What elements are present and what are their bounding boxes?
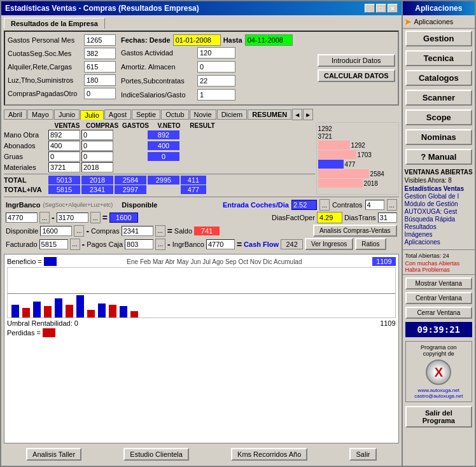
input-indice[interactable] xyxy=(197,89,235,101)
perdidas-color xyxy=(43,328,55,337)
sidebar-btn-nominas[interactable]: Nominas xyxy=(405,129,472,145)
col-header-gastos: GASTOS xyxy=(120,122,151,129)
tab-junio[interactable]: Junio xyxy=(54,109,80,120)
tab-septie[interactable]: Septie xyxy=(132,109,160,120)
disponible-val[interactable] xyxy=(40,226,72,236)
tab-mayo[interactable]: Mayo xyxy=(27,109,53,120)
input-portes[interactable] xyxy=(197,75,235,87)
window-item-modulo[interactable]: Módulo de Gestión xyxy=(405,200,473,207)
nav-left-arrow[interactable]: ◄ xyxy=(292,109,302,120)
calcular-datos-btn[interactable]: CALCULAR DATOS xyxy=(318,69,395,82)
facturado-val[interactable] xyxy=(39,239,68,249)
ingr-banco-val[interactable] xyxy=(6,213,38,223)
label-indice: IndiceSalarios/Gasto xyxy=(121,91,197,99)
window-item-busqueda[interactable]: Búsqueda Rápida xyxy=(405,216,473,223)
main-tab[interactable]: Resultados de la Empresa xyxy=(4,18,105,29)
tab-julio[interactable]: Julio xyxy=(80,110,104,120)
window-item-estadisticas[interactable]: Estadísticas Ventas xyxy=(405,185,473,192)
input-cuotas[interactable] xyxy=(84,48,116,59)
title-buttons[interactable]: _ □ × xyxy=(365,4,398,13)
pagos-caja-val[interactable] xyxy=(125,239,153,249)
input-compras[interactable] xyxy=(84,88,116,99)
window-item-gestion-global[interactable]: Gestion Global de I xyxy=(405,193,473,200)
contratos-input[interactable] xyxy=(365,200,384,210)
maximize-btn[interactable]: □ xyxy=(376,4,386,13)
input-abonados-compras[interactable] xyxy=(81,141,113,151)
contratos-btn[interactable]: ... xyxy=(387,199,397,211)
input-mano-obra-compras[interactable] xyxy=(81,130,113,140)
ver-ingresos-btn[interactable]: Ver Ingresos xyxy=(305,238,353,250)
date-hasta[interactable] xyxy=(245,34,293,46)
field-luz: Luz,Tfno,Suministros xyxy=(8,74,116,86)
input-abonados-ventas[interactable] xyxy=(48,141,80,151)
link-autoxuga[interactable]: www.autoxuga.net xyxy=(418,387,459,393)
tab-abril[interactable]: Abril xyxy=(4,109,27,120)
close-btn[interactable]: × xyxy=(388,4,398,13)
compras-ellipsis[interactable]: ... xyxy=(155,225,165,237)
sidebar-btn-gestion[interactable]: Gestion xyxy=(405,31,472,46)
window-item-resultados[interactable]: Resultados xyxy=(405,223,473,230)
input-gruas-compras[interactable] xyxy=(81,151,113,162)
pagos-caja-ellipsis[interactable]: ... xyxy=(155,239,165,250)
salir-programa-btn[interactable]: Salir del Programa xyxy=(405,406,472,428)
label-luz: Luz,Tfno,Suministros xyxy=(8,76,84,84)
analisis-taller-btn[interactable]: Analisis Taller xyxy=(26,448,81,461)
input-gastos-actividad[interactable] xyxy=(197,47,235,59)
input-materiales-ventas[interactable] xyxy=(48,162,80,172)
centrar-ventana-btn[interactable]: Centrar Ventana xyxy=(405,292,472,304)
acumulado-val: 1109 xyxy=(372,257,395,266)
sidebar-btn-scope[interactable]: Scope xyxy=(405,109,472,125)
sidebar-btn-manual[interactable]: ? Manual xyxy=(405,149,472,165)
col-header-vneto: V.NETO xyxy=(151,122,186,129)
disponible-ellipsis[interactable]: ... xyxy=(74,225,84,237)
window-item-autoxuga[interactable]: AUTOXUGA: Gest xyxy=(405,208,473,215)
input-luz[interactable] xyxy=(84,74,116,86)
compras-val2[interactable] xyxy=(122,226,153,236)
pag-fijos-val[interactable] xyxy=(57,213,88,223)
total-abiertas: Total Abiertas: 24 xyxy=(403,251,475,260)
link-email[interactable]: castro@autoxuga.net xyxy=(414,393,463,399)
analisis-btn[interactable]: Analisis Compras-Ventas xyxy=(313,225,397,237)
dias-trans-input[interactable] xyxy=(378,213,397,223)
window-item-aplicaciones[interactable]: Aplicaciones xyxy=(405,239,473,246)
disponible-header: Disponible xyxy=(122,201,157,209)
input-alquiler[interactable] xyxy=(84,61,116,73)
facturado-ellipsis[interactable]: ... xyxy=(70,239,80,250)
field-gastos-personal: Gastos Personal Mes xyxy=(8,34,116,46)
equals-2: = xyxy=(167,226,172,236)
minimize-btn[interactable]: _ xyxy=(365,4,375,13)
nav-right-arrow[interactable]: ► xyxy=(303,109,313,120)
salir-btn[interactable]: Salir xyxy=(349,448,376,461)
input-materiales-compras[interactable] xyxy=(81,162,113,172)
tab-diciem[interactable]: Diciem xyxy=(217,109,248,120)
dias-fact-input[interactable] xyxy=(317,212,342,223)
sidebar-btn-scanner[interactable]: Scanner xyxy=(405,90,472,106)
beneficio-label: Beneficio = xyxy=(7,258,42,265)
tab-octub[interactable]: Octub xyxy=(161,109,188,120)
ingr-banco-ellipsis[interactable]: ... xyxy=(39,212,50,223)
entrada-coches-btn[interactable]: ... xyxy=(319,199,330,211)
ratios-btn[interactable]: Ratios xyxy=(355,238,386,250)
input-mano-obra-ventas[interactable] xyxy=(48,130,80,140)
pag-fijos-ellipsis[interactable]: ... xyxy=(90,212,101,223)
saldo-label: Saldo xyxy=(174,227,192,235)
ingr-banco-val2[interactable] xyxy=(206,239,235,249)
estudio-clientela-btn[interactable]: Estudio Clientela xyxy=(123,448,189,461)
input-gruas-ventas[interactable] xyxy=(48,151,80,162)
sidebar-btn-tecnica[interactable]: Tecnica xyxy=(405,50,472,66)
kms-recorridos-btn[interactable]: Kms Recorridos Año xyxy=(231,448,307,461)
label-abonados: Abonados xyxy=(4,142,48,150)
introducir-datos-btn[interactable]: Introducir Datos xyxy=(318,54,395,67)
tab-resumen[interactable]: RESUMEN xyxy=(248,109,291,120)
equals-3: = xyxy=(237,239,242,249)
tab-novie[interactable]: Novie xyxy=(190,109,216,120)
window-item-imagenes[interactable]: Imágenes xyxy=(405,231,473,238)
input-gastos-personal[interactable] xyxy=(84,34,116,46)
tab-agost[interactable]: Agost xyxy=(104,109,131,120)
entrada-coches-input[interactable] xyxy=(291,200,317,210)
cerrar-ventana-btn[interactable]: Cerrar Ventana xyxy=(405,307,472,319)
input-amortiz[interactable] xyxy=(197,61,235,73)
date-desde[interactable] xyxy=(173,34,221,46)
mostrar-ventana-btn[interactable]: Mostrar Ventana xyxy=(405,277,472,289)
sidebar-btn-catalogos[interactable]: Catalogos xyxy=(405,70,472,86)
